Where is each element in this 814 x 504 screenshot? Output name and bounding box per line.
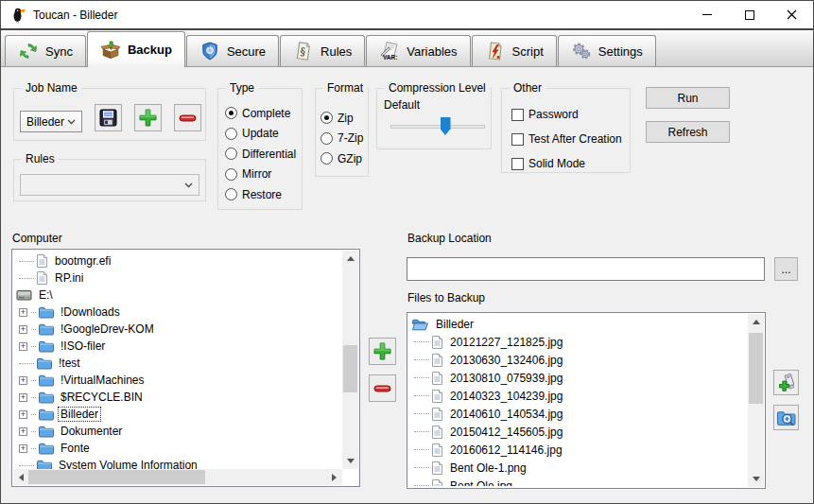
tree-item-fonte[interactable]: +Fonte — [15, 440, 342, 457]
remove-job-button[interactable] — [174, 104, 201, 131]
minimize-button[interactable] — [685, 1, 728, 28]
tree-item-bent-ole-1-png[interactable]: Bent Ole-1.png — [410, 459, 748, 477]
scroll-up-icon[interactable] — [748, 314, 764, 330]
tree-item-bent-ole-jpg[interactable]: Bent Ole.jpg — [410, 477, 748, 486]
radio-differential[interactable]: Differential — [225, 144, 300, 165]
file-icon — [431, 335, 443, 350]
computer-tree-hscrollbar[interactable] — [13, 469, 342, 485]
tree-item-billeder[interactable]: +Billeder — [15, 406, 342, 423]
minimize-icon — [702, 14, 712, 15]
expander-plus-icon[interactable]: + — [19, 444, 27, 453]
preview-backup-button[interactable] — [773, 405, 799, 430]
radio-complete[interactable]: Complete — [225, 103, 300, 124]
tab-label: Settings — [598, 44, 643, 59]
folder-icon — [38, 322, 54, 336]
scrollbar-thumb[interactable] — [343, 345, 357, 392]
file-icon — [36, 270, 48, 286]
radio-icon — [320, 152, 333, 165]
expander-plus-icon[interactable]: + — [19, 393, 27, 402]
tree-item-label: 20130630_132406.jpg — [448, 354, 564, 367]
folder-icon — [38, 442, 54, 455]
add-job-button[interactable] — [134, 104, 162, 131]
tree-item-bootmgr-efi[interactable]: bootmgr.efi — [15, 252, 342, 269]
tree-item-label: $RECYCLE.BIN — [59, 391, 145, 404]
tree-item-20150412-145605-jpg[interactable]: 20150412_145605.jpg — [410, 423, 748, 441]
compression-slider-thumb[interactable] — [441, 117, 451, 135]
backup-location-input[interactable] — [407, 257, 765, 281]
scroll-right-icon[interactable] — [326, 469, 342, 485]
radio-gzip[interactable]: GZip — [320, 148, 368, 169]
tree-line — [414, 341, 429, 342]
refresh-button[interactable]: Refresh — [646, 121, 730, 143]
expander-plus-icon[interactable]: + — [19, 325, 27, 334]
files-to-backup-tree[interactable]: Billeder20121227_121825.jpg20130630_1324… — [407, 312, 766, 489]
tree-item-20140610-140534-jpg[interactable]: 20140610_140534.jpg — [410, 405, 748, 423]
files-tree-vscrollbar[interactable] — [748, 314, 764, 487]
tab-secure[interactable]: Secure — [186, 35, 279, 66]
tree-item-system-volume-information[interactable]: System Volume Information — [15, 457, 342, 469]
remove-files-button[interactable] — [369, 374, 396, 402]
radio-restore[interactable]: Restore — [225, 184, 300, 205]
checkbox-password[interactable]: Password — [511, 102, 628, 127]
tree-item-20130810-075939-jpg[interactable]: 20130810_075939.jpg — [410, 369, 748, 387]
tree-item-label: !Downloads — [59, 305, 122, 319]
close-button[interactable] — [771, 1, 813, 28]
sync-icon — [18, 42, 39, 61]
rules-combo[interactable] — [20, 174, 199, 196]
folder-icon — [38, 374, 54, 387]
tree-item-e-[interactable]: E:\ — [15, 287, 342, 304]
checkbox-test-after-creation[interactable]: Test After Creation — [511, 127, 628, 151]
radio-icon — [320, 112, 333, 124]
expander-plus-icon[interactable]: + — [19, 410, 27, 419]
scroll-left-icon[interactable] — [13, 469, 29, 485]
tab-rules[interactable]: §Rules — [280, 35, 365, 66]
expander-plus-icon[interactable]: + — [19, 376, 27, 385]
tree-item-20160612-114146-jpg[interactable]: 20160612_114146.jpg — [410, 441, 748, 459]
radio-icon — [225, 148, 237, 160]
tree-item--downloads[interactable]: +!Downloads — [15, 304, 342, 321]
run-button[interactable]: Run — [646, 87, 730, 109]
radio-update[interactable]: Update — [225, 124, 300, 145]
tree-item--googledrev-kom[interactable]: +!GoogleDrev-KOM — [15, 321, 342, 338]
compression-slider-track[interactable] — [390, 125, 485, 129]
scroll-down-icon[interactable] — [748, 471, 764, 487]
tab-backup[interactable]: Backup — [87, 31, 185, 67]
add-files-button[interactable] — [369, 338, 396, 365]
save-job-button[interactable] — [95, 104, 122, 131]
tree-item--iso-filer[interactable]: +!ISO-filer — [15, 338, 342, 355]
tree-item-rp-ini[interactable]: RP.ini — [15, 269, 342, 287]
scroll-up-icon[interactable] — [342, 251, 358, 267]
radio-zip[interactable]: Zip — [320, 108, 368, 129]
radio-7-zip[interactable]: 7-Zip — [320, 129, 368, 149]
type-group-label: Type — [226, 81, 258, 95]
tree-item--test[interactable]: !test — [15, 355, 342, 372]
tree-item-dokumenter[interactable]: +Dokumenter — [15, 423, 342, 440]
add-location-button[interactable] — [773, 370, 799, 395]
tab-settings[interactable]: Settings — [558, 35, 656, 66]
job-name-combo[interactable]: Billeder — [20, 111, 82, 132]
tree-item-20130630-132406-jpg[interactable]: 20130630_132406.jpg — [410, 351, 748, 369]
tree-item--recycle-bin[interactable]: +$RECYCLE.BIN — [15, 389, 342, 406]
scrollbar-thumb[interactable] — [28, 470, 205, 484]
radio-label: Zip — [338, 112, 354, 125]
scrollbar-thumb[interactable] — [749, 333, 763, 404]
tree-item-billeder[interactable]: Billeder — [410, 315, 748, 333]
tab-sync[interactable]: Sync — [5, 35, 86, 66]
tree-item--virtualmachines[interactable]: +!VirtualMachines — [15, 372, 342, 389]
file-icon — [431, 389, 443, 404]
scroll-down-icon[interactable] — [342, 453, 358, 469]
radio-mirror[interactable]: Mirror — [225, 165, 300, 185]
tree-item-20121227-121825-jpg[interactable]: 20121227_121825.jpg — [410, 333, 748, 351]
checkbox-solid-mode[interactable]: Solid Mode — [511, 151, 628, 176]
browse-location-button[interactable]: ... — [774, 257, 798, 281]
tree-item-20140323-104239-jpg[interactable]: 20140323_104239.jpg — [410, 387, 748, 405]
expander-plus-icon[interactable]: + — [19, 342, 27, 351]
maximize-button[interactable] — [728, 1, 771, 28]
tab-variables[interactable]: VAR:Variables — [366, 35, 470, 66]
computer-tree[interactable]: bootmgr.efiRP.iniE:\+!Downloads+!GoogleD… — [11, 249, 360, 487]
expander-plus-icon[interactable]: + — [19, 308, 27, 317]
computer-tree-vscrollbar[interactable] — [342, 251, 358, 469]
tab-script[interactable]: Script — [472, 35, 557, 66]
tab-label: Sync — [45, 44, 73, 59]
expander-plus-icon[interactable]: + — [19, 427, 27, 436]
